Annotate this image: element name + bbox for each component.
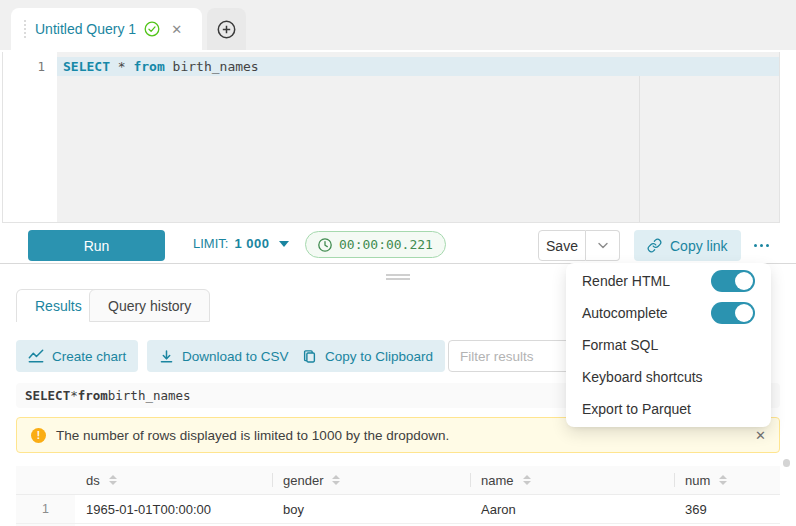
cell-name: Aaron [470,495,674,523]
add-tab-button[interactable] [207,8,246,50]
column-label: gender [283,473,323,488]
sql-lab-window: Untitled Query 1 ✕ 1 SELECT * from birth… [0,0,796,526]
menu-item-keyboard-shortcuts[interactable]: Keyboard shortcuts [566,361,771,393]
plus-circle-icon [217,20,236,39]
tab-results-label: Results [35,298,82,314]
sql-table-name: birth_names [173,59,259,74]
timer-value: 00:00:00.221 [339,237,433,252]
chevron-down-icon [598,242,608,249]
column-header-num[interactable]: num [674,466,780,494]
copy-link-label: Copy link [670,238,728,254]
close-tab-icon[interactable]: ✕ [171,23,182,36]
table-header-row: ds gender name num [16,466,780,495]
line-number: 1 [37,57,45,76]
menu-item-label: Autocomplete [582,305,668,321]
tab-query-history-label: Query history [108,298,191,314]
sql-editor[interactable]: 1 SELECT * from birth_names [2,52,780,223]
editor-gutter: 1 [3,52,57,222]
caret-down-icon [279,241,289,247]
autocomplete-toggle[interactable] [711,302,755,324]
menu-item-export-parquet[interactable]: Export to Parquet [566,393,771,425]
sql-table-name: birth_names [108,388,191,403]
sql-keyword: SELECT [63,59,110,74]
download-csv-label: Download to CSV [182,349,289,364]
limit-dropdown[interactable]: LIMIT: 1 000 [193,223,289,264]
editor-toolbar: Run LIMIT: 1 000 00:00:00.221 Save Copy … [0,223,796,264]
sql-keyword: from [78,388,108,403]
sql-star: * [118,59,126,74]
copy-icon [302,349,317,364]
sort-icon[interactable] [523,475,531,485]
menu-item-format-sql[interactable]: Format SQL [566,329,771,361]
sql-keyword: from [133,59,164,74]
results-table: ds gender name num 1 1965-01-01T00:00:00… [16,466,780,526]
row-number-header [16,466,75,494]
copy-clipboard-label: Copy to Clipboard [325,349,433,364]
column-header-name[interactable]: name [470,466,674,494]
column-header-gender[interactable]: gender [272,466,470,494]
tab-query-history[interactable]: Query history [89,289,210,322]
chart-icon [28,348,44,364]
pane-resize-handle[interactable] [386,274,410,280]
column-label: name [481,473,514,488]
save-button[interactable]: Save [538,230,586,261]
more-menu-button[interactable] [745,230,777,261]
download-csv-button[interactable]: Download to CSV [147,340,301,372]
cell-ds: 1965-01-01T00:00:00 [75,495,272,523]
menu-item-autocomplete[interactable]: Autocomplete [566,297,771,329]
sort-icon[interactable] [332,475,340,485]
download-icon [159,349,174,364]
column-label: ds [86,473,100,488]
column-header-ds[interactable]: ds [75,466,272,494]
query-tab-title: Untitled Query 1 [35,21,136,37]
row-number-cell: 1 [16,495,75,523]
limit-label: LIMIT: [193,236,228,251]
create-chart-label: Create chart [52,349,126,364]
column-label: num [685,473,710,488]
sort-icon[interactable] [719,475,727,485]
copy-clipboard-button[interactable]: Copy to Clipboard [290,340,445,372]
menu-item-label: Format SQL [582,337,658,353]
scrollbar-thumb[interactable] [783,459,790,467]
drag-handle-icon[interactable] [24,20,26,38]
clock-icon [318,238,332,252]
cell-num: 369 [674,495,780,523]
table-row: 1 1965-01-01T00:00:00 boy Aaron 369 [16,495,780,524]
sql-keyword: SELECT [25,388,70,403]
warning-icon: ! [31,428,46,443]
alert-close-icon[interactable]: ✕ [755,429,766,442]
menu-item-label: Export to Parquet [582,401,691,417]
check-circle-icon [144,21,160,37]
save-dropdown-button[interactable] [586,230,620,261]
query-timer-badge: 00:00:00.221 [305,231,446,258]
sql-star: * [70,388,78,403]
limit-value: 1 000 [234,236,269,251]
run-button[interactable]: Run [28,230,165,261]
sql-code-line: SELECT * from birth_names [63,57,259,76]
menu-item-label: Render HTML [582,273,670,289]
link-icon [647,238,662,253]
query-tab-strip: Untitled Query 1 ✕ [0,0,796,50]
copy-link-button[interactable]: Copy link [634,230,741,261]
tab-results[interactable]: Results [16,289,101,322]
menu-item-label: Keyboard shortcuts [582,369,703,385]
query-tab-active[interactable]: Untitled Query 1 ✕ [11,8,202,50]
menu-item-render-html[interactable]: Render HTML [566,265,771,297]
render-html-toggle[interactable] [711,270,755,292]
more-options-menu: Render HTML Autocomplete Format SQL Keyb… [566,263,771,427]
cell-gender: boy [272,495,470,523]
print-margin-ruler [639,76,640,222]
create-chart-button[interactable]: Create chart [16,340,138,372]
alert-message: The number of rows displayed is limited … [56,428,449,443]
sort-icon[interactable] [109,475,117,485]
save-split-button: Save [538,230,620,261]
